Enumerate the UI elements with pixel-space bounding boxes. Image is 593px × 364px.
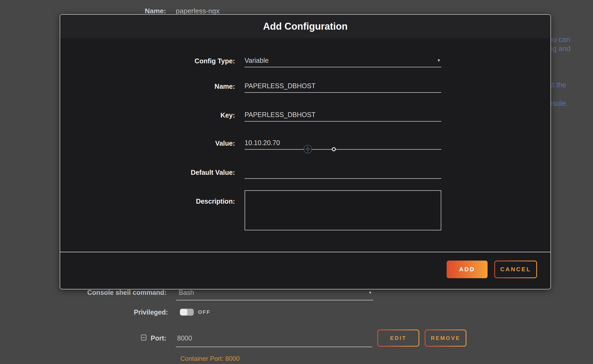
move-cursor-icon — [303, 145, 312, 153]
modal-titlebar: Add Configuration — [60, 15, 550, 38]
port-label: Port: — [151, 334, 166, 343]
edit-button[interactable]: EDIT — [377, 330, 419, 347]
config-type-value: Variable — [245, 55, 441, 66]
modal-separator — [60, 252, 550, 252]
privileged-state: OFF — [198, 308, 211, 316]
config-type-label: Config Type: — [60, 56, 235, 66]
default-value-field[interactable] — [245, 166, 441, 178]
value-field[interactable] — [245, 137, 441, 149]
port-value: 8000 — [177, 334, 192, 343]
description-label: Description: — [60, 196, 235, 207]
container-port-note: Container Port: 8000 — [180, 354, 240, 363]
remove-button-label: REMOVE — [425, 330, 466, 346]
console-shell-underline — [176, 300, 373, 300]
config-type-select[interactable]: Variable ▼ — [245, 55, 441, 67]
bg-help-text-line: nsole. — [549, 99, 568, 108]
bg-help-text-line: st the — [549, 81, 566, 89]
default-value-label: Default Value: — [60, 167, 235, 178]
name-row: Name: — [60, 80, 550, 93]
key-label: Key: — [60, 110, 235, 121]
add-button[interactable]: ADD — [447, 261, 488, 278]
name-label: Name: — [60, 81, 235, 92]
key-field[interactable] — [245, 109, 441, 121]
chevron-down-icon: ▼ — [437, 58, 441, 62]
toggle-knob — [180, 309, 187, 315]
description-field[interactable] — [245, 191, 441, 230]
screen: Name: paperless-ngx ou can ng and st the… — [0, 0, 593, 364]
port-collapse-icon[interactable] — [141, 335, 146, 340]
edit-button-label: EDIT — [378, 330, 419, 346]
cancel-button[interactable]: CANCEL — [494, 261, 537, 278]
key-row: Key: — [60, 109, 550, 122]
port-underline — [176, 347, 372, 347]
default-value-row: Default Value: — [60, 166, 550, 179]
chevron-down-icon[interactable]: ▼ — [368, 291, 372, 295]
bg-help-text-line: ng and — [549, 44, 571, 53]
description-box — [245, 190, 441, 230]
value-label: Value: — [60, 138, 235, 149]
privileged-toggle[interactable] — [180, 309, 194, 316]
modal-title: Add Configuration — [60, 15, 550, 38]
click-point-icon — [332, 147, 336, 151]
bg-help-text-line: ou can — [549, 35, 570, 44]
cancel-button-label: CANCEL — [495, 261, 536, 277]
privileged-label: Privileged: — [134, 308, 166, 317]
config-type-row: Config Type: Variable ▼ — [60, 55, 550, 67]
name-field[interactable] — [245, 80, 441, 92]
remove-button[interactable]: REMOVE — [425, 330, 466, 347]
